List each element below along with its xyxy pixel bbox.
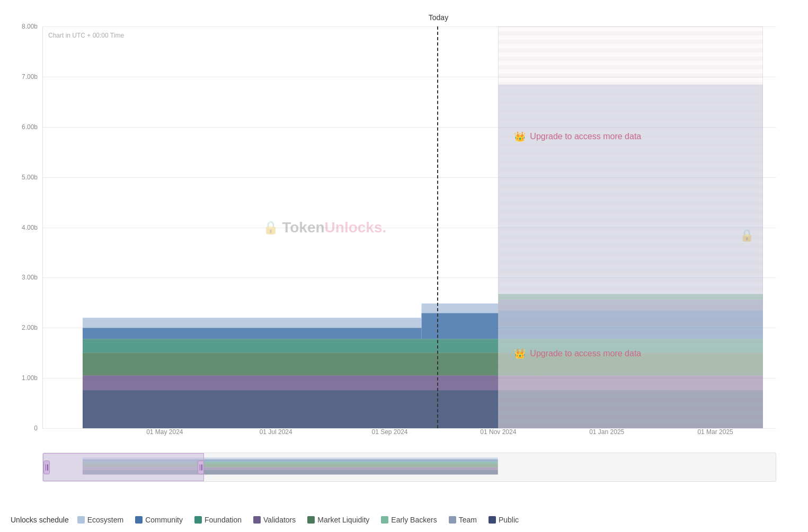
y-label-0: 0 — [34, 425, 38, 432]
svg-rect-4 — [83, 353, 498, 375]
handle-line-4 — [201, 464, 202, 471]
handle-lines-left — [46, 464, 48, 471]
range-handle-left[interactable] — [43, 461, 50, 474]
handle-line-1 — [46, 464, 47, 471]
x-axis: 01 May 2024 01 Jul 2024 01 Sep 2024 01 N… — [43, 428, 776, 444]
watermark-right: 🔒 — [740, 229, 754, 242]
legend-label-team: Team — [459, 516, 477, 524]
x-label-nov: 01 Nov 2024 — [480, 428, 516, 436]
legend-dot-ecosystem — [77, 516, 85, 524]
legend-label-validators: Validators — [263, 516, 296, 524]
legend-label-market-liquidity: Market Liquidity — [317, 516, 369, 524]
y-axis: 8.00b 7.00b 6.00b 5.00b 4.00b 3.00b 2.00… — [3, 26, 43, 428]
range-handle-right[interactable] — [198, 461, 204, 474]
x-label-mar: 01 Mar 2025 — [697, 428, 733, 436]
crown-icon-lower: 👑 — [514, 348, 526, 359]
legend-title: Unlocks schedule — [11, 516, 69, 524]
legend-item-public[interactable]: Public — [489, 516, 519, 524]
svg-rect-6 — [83, 328, 422, 339]
upgrade-text-lower: Upgrade to access more data — [530, 349, 641, 358]
legend-dot-public — [489, 516, 496, 524]
range-selected[interactable] — [43, 453, 204, 481]
y-label-1: 1.00b — [22, 374, 38, 382]
paywall-upper — [498, 26, 763, 324]
watermark-token: Token — [282, 219, 324, 236]
handle-line-3 — [200, 464, 201, 471]
legend-dot-early-backers — [381, 516, 388, 524]
legend-dot-market-liquidity — [307, 516, 315, 524]
upgrade-message-upper[interactable]: 👑 Upgrade to access more data — [514, 131, 641, 142]
watermark-unlocks: Unlocks — [325, 219, 383, 236]
upgrade-message-lower[interactable]: 👑 Upgrade to access more data — [514, 348, 641, 359]
handle-lines-right — [200, 464, 202, 471]
upgrade-text-upper: Upgrade to access more data — [530, 132, 641, 141]
legend-label-early-backers: Early Backers — [391, 516, 437, 524]
y-label-2: 2.00b — [22, 324, 38, 331]
legend-item-foundation[interactable]: Foundation — [194, 516, 242, 524]
chart-area: Chart in UTC + 00:00 Time 8.00b 7.00b 6.… — [42, 26, 776, 429]
range-selector[interactable] — [42, 453, 776, 482]
svg-rect-9 — [421, 303, 498, 313]
legend-item-early-backers[interactable]: Early Backers — [381, 516, 437, 524]
svg-rect-3 — [83, 375, 498, 390]
svg-rect-7 — [421, 313, 498, 339]
x-label-jul: 01 Jul 2024 — [260, 428, 292, 436]
legend-dot-community — [135, 516, 143, 524]
legend-label-ecosystem: Ecosystem — [87, 516, 123, 524]
legend: Unlocks schedule Ecosystem Community Fou… — [5, 516, 803, 524]
y-label-7: 7.00b — [22, 73, 38, 80]
legend-dot-validators — [253, 516, 261, 524]
chart-container: Chart in UTC + 00:00 Time 8.00b 7.00b 6.… — [0, 0, 808, 532]
x-label-sep: 01 Sep 2024 — [371, 428, 407, 436]
crown-icon-upper: 👑 — [514, 131, 526, 142]
legend-item-community[interactable]: Community — [135, 516, 183, 524]
legend-dot-foundation — [194, 516, 202, 524]
svg-rect-2 — [83, 390, 498, 428]
watermark-text: TokenUnlocks. — [282, 219, 386, 236]
svg-rect-8 — [83, 318, 422, 328]
y-label-5: 5.00b — [22, 174, 38, 181]
handle-line-2 — [47, 464, 48, 471]
legend-item-team[interactable]: Team — [449, 516, 477, 524]
legend-label-foundation: Foundation — [205, 516, 242, 524]
legend-label-public: Public — [499, 516, 519, 524]
legend-dot-team — [449, 516, 456, 524]
legend-item-market-liquidity[interactable]: Market Liquidity — [307, 516, 369, 524]
watermark: 🔒 TokenUnlocks. — [263, 219, 386, 236]
today-line: Today — [437, 26, 438, 428]
legend-item-ecosystem[interactable]: Ecosystem — [77, 516, 123, 524]
y-label-3: 3.00b — [22, 274, 38, 281]
y-label-8: 8.00b — [22, 23, 38, 30]
legend-label-community: Community — [145, 516, 183, 524]
today-label: Today — [429, 13, 448, 22]
svg-rect-5 — [83, 339, 498, 353]
x-label-jan: 01 Jan 2025 — [589, 428, 624, 436]
watermark-dot: . — [383, 219, 387, 236]
y-label-6: 6.00b — [22, 123, 38, 131]
legend-item-validators[interactable]: Validators — [253, 516, 296, 524]
x-label-may: 01 May 2024 — [146, 428, 183, 436]
y-label-4: 4.00b — [22, 224, 38, 231]
paywall-lower — [498, 324, 763, 428]
